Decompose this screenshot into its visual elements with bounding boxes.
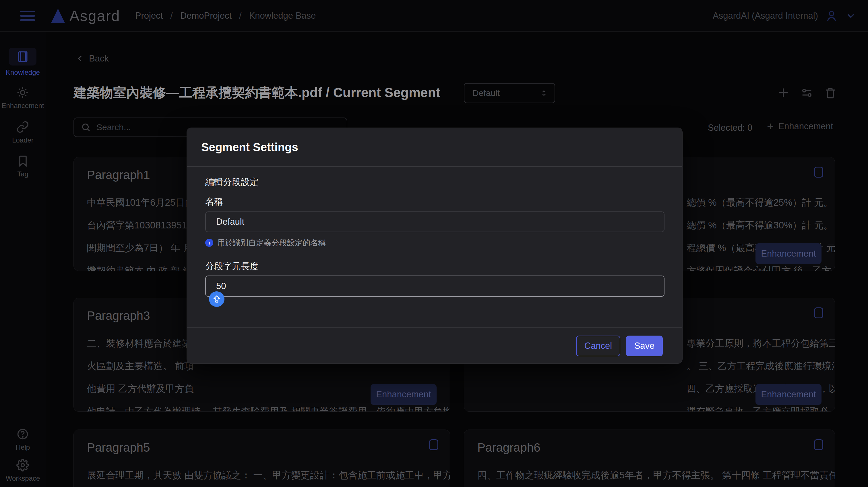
info-icon: i [205, 239, 213, 247]
name-hint: i 用於識別自定義分段設定的名稱 [205, 238, 326, 248]
modal-title: Segment Settings [201, 141, 298, 154]
modal-subtitle: 編輯分段設定 [205, 176, 259, 188]
segment-length-field[interactable] [205, 276, 664, 297]
segment-settings-modal: Segment Settings 編輯分段設定 名稱 i 用於識別自定義分段設定… [187, 127, 683, 364]
save-button[interactable]: Save [626, 336, 663, 356]
name-hint-text: 用於識別自定義分段設定的名稱 [217, 238, 326, 248]
cancel-button[interactable]: Cancel [576, 336, 620, 356]
caps-lock-indicator-icon [209, 291, 224, 307]
app-root: Asgard Project / DemoProject / Knowledge… [0, 0, 868, 487]
name-field-label: 名稱 [205, 196, 223, 208]
modal-footer: Cancel Save [187, 327, 682, 364]
length-field-label: 分段字元長度 [205, 260, 259, 273]
modal-header: Segment Settings [187, 128, 682, 167]
name-field[interactable] [205, 211, 664, 232]
